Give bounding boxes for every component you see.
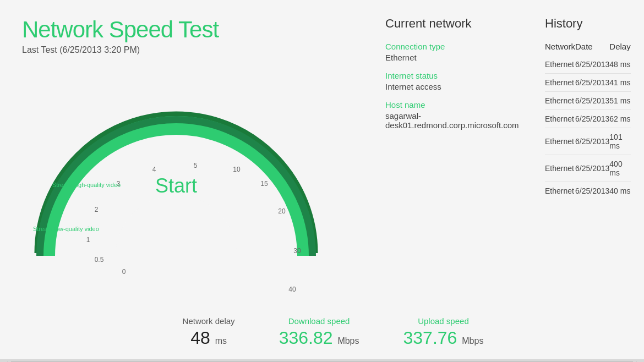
host-name-field: Host name sagarwal-desk01.redmond.corp.m… — [385, 100, 523, 130]
svg-text:2: 2 — [95, 206, 99, 213]
download-speed-value: 336.82 Mbps — [279, 328, 359, 348]
download-speed-label: Download speed — [279, 316, 359, 326]
history-row-4: Ethernet6/25/2013101 ms — [545, 128, 631, 155]
history-cell-network-3: Ethernet — [545, 110, 575, 128]
svg-text:15: 15 — [260, 180, 268, 188]
history-cell-delay-6: 40 ms — [609, 182, 630, 200]
upload-speed-value: 337.76 Mbps — [403, 328, 484, 348]
history-row-1: Ethernet6/25/201341 ms — [545, 74, 631, 92]
current-network-panel: Current network Connection type Ethernet… — [385, 17, 523, 297]
history-row-6: Ethernet6/25/201340 ms — [545, 182, 631, 200]
history-cell-delay-3: 62 ms — [609, 110, 630, 128]
history-cell-date-0: 6/25/2013 — [575, 56, 609, 74]
scroll-right-arrow[interactable]: ▶ — [634, 359, 643, 362]
svg-text:20: 20 — [278, 207, 286, 215]
history-cell-network-5: Ethernet — [545, 155, 575, 182]
history-cell-delay-5: 400 ms — [609, 155, 630, 182]
history-cell-delay-4: 101 ms — [609, 128, 630, 155]
svg-text:10: 10 — [233, 166, 241, 173]
svg-text:Stream high-quality video: Stream high-quality video — [52, 182, 121, 188]
history-cell-date-2: 6/25/2013 — [575, 92, 609, 110]
svg-text:40: 40 — [288, 286, 296, 293]
history-cell-delay-1: 41 ms — [609, 74, 630, 92]
col-date: Date — [575, 42, 609, 56]
history-panel: History Network Date Delay Ethernet6/25/… — [545, 17, 631, 297]
network-delay-stat: Network delay 48 ms — [183, 316, 235, 348]
connection-type-field: Connection type Ethernet — [385, 42, 523, 62]
history-row-2: Ethernet6/25/201351 ms — [545, 92, 631, 110]
history-row-5: Ethernet6/25/2013400 ms — [545, 155, 631, 182]
history-cell-delay-2: 51 ms — [609, 92, 630, 110]
content-area: Network Speed Test Last Test (6/25/2013 … — [0, 0, 644, 308]
history-cell-network-1: Ethernet — [545, 74, 575, 92]
internet-status-label: Internet status — [385, 71, 523, 80]
history-cell-network-6: Ethernet — [545, 182, 575, 200]
upload-speed-label: Upload speed — [403, 316, 484, 326]
history-cell-delay-0: 48 ms — [609, 56, 630, 74]
app-title: Network Speed Test — [22, 17, 363, 43]
bottom-stats: Network delay 48 ms Download speed 336.8… — [22, 308, 644, 359]
start-button[interactable]: Start — [155, 174, 197, 198]
current-network-title: Current network — [385, 17, 523, 31]
left-panel: Network Speed Test Last Test (6/25/2013 … — [22, 17, 363, 297]
svg-text:0: 0 — [122, 268, 126, 276]
speedometer-container: 0 0.5 1 2 3 4 5 10 15 — [22, 66, 330, 297]
upload-speed-stat: Upload speed 337.76 Mbps — [403, 316, 484, 348]
history-cell-date-1: 6/25/2013 — [575, 74, 609, 92]
right-panel: Current network Connection type Ethernet… — [385, 17, 626, 297]
history-cell-network-0: Ethernet — [545, 56, 575, 74]
svg-text:0.5: 0.5 — [95, 256, 104, 264]
history-cell-date-3: 6/25/2013 — [575, 110, 609, 128]
download-speed-stat: Download speed 336.82 Mbps — [279, 316, 359, 348]
svg-text:30: 30 — [293, 247, 301, 255]
host-name-value: sagarwal-desk01.redmond.corp.microsoft.c… — [385, 111, 523, 130]
host-name-label: Host name — [385, 100, 523, 109]
svg-text:4: 4 — [152, 166, 156, 173]
svg-text:Stream low-quality video: Stream low-quality video — [33, 226, 99, 232]
history-row-3: Ethernet6/25/201362 ms — [545, 110, 631, 128]
history-cell-date-4: 6/25/2013 — [575, 128, 609, 155]
col-network: Network — [545, 42, 575, 56]
main-container: Network Speed Test Last Test (6/25/2013 … — [0, 0, 644, 362]
internet-status-value: Internet access — [385, 82, 523, 91]
history-cell-date-6: 6/25/2013 — [575, 182, 609, 200]
history-table: Network Date Delay Ethernet6/25/201348 m… — [545, 42, 631, 200]
history-cell-network-4: Ethernet — [545, 128, 575, 155]
history-title: History — [545, 17, 631, 31]
history-cell-network-2: Ethernet — [545, 92, 575, 110]
network-delay-value: 48 ms — [183, 328, 235, 348]
network-delay-label: Network delay — [183, 316, 235, 326]
last-test: Last Test (6/25/2013 3:20 PM) — [22, 45, 363, 55]
history-row-0: Ethernet6/25/201348 ms — [545, 56, 631, 74]
connection-type-label: Connection type — [385, 42, 523, 51]
scroll-left-arrow[interactable]: ◀ — [1, 359, 10, 362]
connection-type-value: Ethernet — [385, 53, 523, 62]
internet-status-field: Internet status Internet access — [385, 71, 523, 91]
svg-text:5: 5 — [194, 162, 198, 169]
col-delay: Delay — [609, 42, 630, 56]
svg-text:1: 1 — [86, 236, 90, 244]
history-cell-date-5: 6/25/2013 — [575, 155, 609, 182]
scrollbar-bottom[interactable]: ◀ ▶ — [0, 359, 644, 362]
